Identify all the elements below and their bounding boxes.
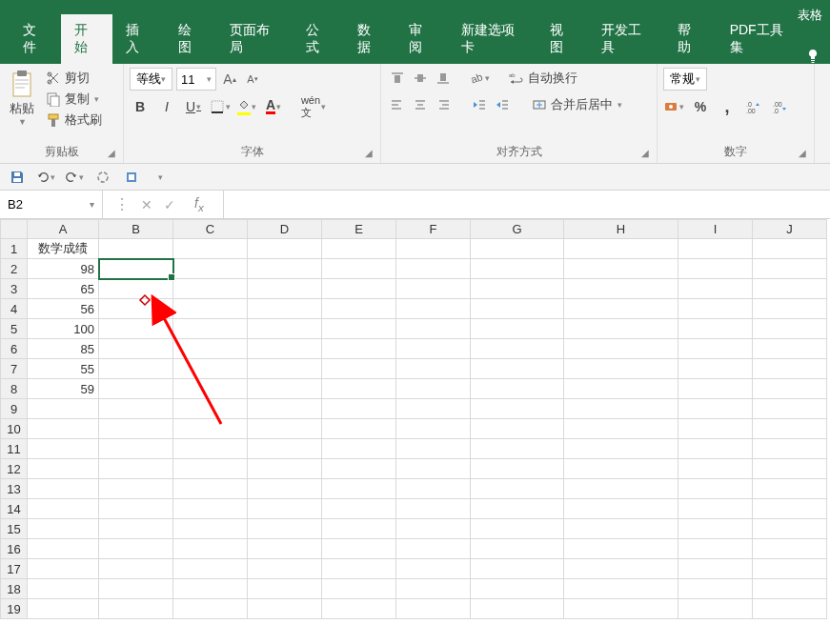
cell[interactable] (248, 319, 322, 339)
row-header[interactable]: 4 (1, 299, 28, 319)
cell[interactable] (248, 579, 322, 599)
menu-newtab[interactable]: 新建选项卡 (448, 14, 536, 64)
cell[interactable] (28, 519, 99, 539)
wrap-text-button[interactable]: ab 自动换行 (505, 68, 581, 89)
fill-color-button[interactable]: ▾ (236, 96, 257, 117)
cell[interactable] (28, 499, 99, 519)
cell[interactable] (753, 399, 827, 419)
cell[interactable] (248, 259, 322, 279)
column-header[interactable]: A (28, 220, 99, 239)
cell[interactable] (678, 559, 753, 579)
row-header[interactable]: 5 (1, 319, 28, 339)
cell[interactable] (753, 579, 827, 599)
cell[interactable] (753, 559, 827, 579)
orientation-button[interactable]: ab▾ (469, 68, 490, 89)
number-format-combo[interactable]: 常规 ▾ (663, 68, 707, 91)
cell[interactable] (173, 579, 248, 599)
column-header[interactable]: I (678, 220, 753, 239)
row-header[interactable]: 7 (1, 359, 28, 379)
menu-home[interactable]: 开始 (61, 14, 112, 64)
decrease-font-button[interactable]: A▾ (243, 69, 262, 90)
cell[interactable] (322, 459, 396, 479)
cell[interactable] (173, 559, 248, 579)
cancel-formula-button[interactable]: ✕ (141, 197, 152, 212)
cell[interactable] (471, 399, 564, 419)
cell[interactable] (248, 359, 322, 379)
cell[interactable] (99, 359, 173, 379)
align-center-button[interactable] (410, 94, 431, 115)
cell[interactable] (248, 419, 322, 439)
cell[interactable] (753, 499, 827, 519)
cell[interactable] (564, 279, 678, 299)
cell[interactable] (99, 579, 173, 599)
cell[interactable] (396, 559, 471, 579)
cell[interactable] (753, 379, 827, 399)
cell[interactable] (396, 339, 471, 359)
cell[interactable] (28, 459, 99, 479)
cell[interactable] (678, 459, 753, 479)
cell[interactable] (28, 599, 99, 619)
cell[interactable] (248, 539, 322, 559)
cell[interactable] (564, 359, 678, 379)
cell[interactable] (248, 459, 322, 479)
cell[interactable] (248, 339, 322, 359)
cell[interactable] (564, 579, 678, 599)
cell[interactable] (564, 379, 678, 399)
save-button[interactable] (8, 168, 27, 187)
cell[interactable] (99, 539, 173, 559)
copy-button[interactable]: 复制 ▾ (46, 91, 102, 108)
cell[interactable] (396, 579, 471, 599)
cell[interactable] (322, 259, 396, 279)
cell[interactable] (396, 519, 471, 539)
cell[interactable] (28, 539, 99, 559)
clipboard-dialog-launcher[interactable]: ◢ (108, 148, 119, 159)
cell[interactable] (322, 279, 396, 299)
cell[interactable] (99, 519, 173, 539)
cell[interactable] (564, 339, 678, 359)
cell[interactable] (248, 279, 322, 299)
cell[interactable] (471, 479, 564, 499)
cell[interactable] (678, 239, 753, 259)
cell[interactable] (99, 439, 173, 459)
cell[interactable] (564, 519, 678, 539)
cell[interactable] (322, 579, 396, 599)
cell[interactable] (99, 479, 173, 499)
cell[interactable]: 59 (28, 379, 99, 399)
cell[interactable] (248, 479, 322, 499)
cell[interactable]: 65 (28, 279, 99, 299)
cell[interactable] (322, 519, 396, 539)
cell[interactable] (322, 299, 396, 319)
cell[interactable] (322, 319, 396, 339)
cell[interactable] (396, 499, 471, 519)
cell[interactable] (753, 459, 827, 479)
cell[interactable] (396, 599, 471, 619)
cell[interactable] (564, 259, 678, 279)
cell[interactable] (173, 499, 248, 519)
row-header[interactable]: 13 (1, 479, 28, 499)
cell[interactable] (248, 439, 322, 459)
cell[interactable] (678, 479, 753, 499)
cell[interactable]: 55 (28, 359, 99, 379)
cell[interactable] (396, 419, 471, 439)
column-header[interactable]: J (753, 220, 827, 239)
cell[interactable] (564, 299, 678, 319)
row-header[interactable]: 3 (1, 279, 28, 299)
cell[interactable] (471, 299, 564, 319)
cell[interactable] (753, 259, 827, 279)
bold-button[interactable]: B (130, 96, 151, 117)
cell[interactable] (28, 559, 99, 579)
align-bottom-button[interactable] (433, 68, 454, 89)
cell[interactable] (564, 399, 678, 419)
border-button[interactable]: ▾ (210, 96, 231, 117)
font-color-button[interactable]: A ▾ (263, 96, 284, 117)
cell[interactable] (28, 479, 99, 499)
align-right-button[interactable] (433, 94, 454, 115)
cell[interactable] (396, 459, 471, 479)
cell[interactable] (322, 559, 396, 579)
font-name-combo[interactable]: 等线 ▾ (130, 68, 172, 91)
cell[interactable] (564, 499, 678, 519)
cell[interactable] (471, 599, 564, 619)
cell[interactable] (322, 419, 396, 439)
align-top-button[interactable] (387, 68, 408, 89)
italic-button[interactable]: I (156, 96, 177, 117)
